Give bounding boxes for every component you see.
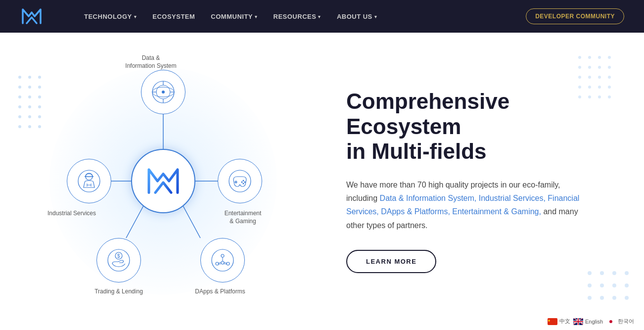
svg-point-68 — [608, 76, 611, 79]
hero-description: We have more than 70 high quality projec… — [346, 178, 584, 232]
lang-korean[interactable]: 한국어 — [606, 318, 634, 325]
ecosystem-diagram: Data &Information System Industrial Ser — [40, 52, 287, 310]
chevron-down-icon: ▾ — [318, 14, 321, 19]
svg-point-49 — [216, 262, 219, 265]
svg-point-69 — [578, 86, 581, 89]
nav-item-about[interactable]: ABOUT US ▾ — [331, 9, 383, 24]
svg-point-62 — [588, 66, 591, 69]
svg-point-44 — [108, 249, 130, 271]
svg-point-64 — [608, 66, 611, 69]
svg-point-65 — [578, 76, 581, 79]
svg-point-50 — [227, 262, 230, 265]
svg-point-79 — [612, 271, 616, 275]
svg-point-66 — [588, 76, 591, 79]
main-content: Data &Information System Industrial Ser — [0, 33, 644, 330]
svg-point-88 — [625, 296, 629, 300]
svg-line-21 — [126, 206, 143, 238]
nav-item-ecosystem[interactable]: ECOSYSTEM — [146, 9, 201, 24]
svg-point-16 — [28, 125, 31, 128]
svg-point-13 — [28, 115, 31, 118]
chevron-down-icon: ▾ — [374, 14, 377, 19]
svg-point-76 — [608, 95, 611, 98]
svg-point-3 — [18, 86, 21, 89]
svg-point-75 — [598, 95, 601, 98]
svg-point-6 — [18, 95, 21, 98]
svg-point-82 — [600, 283, 604, 287]
svg-point-83 — [612, 283, 616, 287]
svg-point-59 — [598, 56, 601, 59]
svg-point-1 — [28, 76, 31, 79]
main-heading: Comprehensive Ecosystem in Multi-fields — [346, 89, 584, 164]
svg-point-15 — [18, 125, 21, 128]
label-entertainment: Entertainment& Gaming — [216, 210, 270, 225]
decorative-dots-top-right — [575, 52, 614, 114]
svg-point-84 — [625, 283, 629, 287]
svg-point-81 — [588, 283, 592, 287]
svg-point-77 — [588, 271, 592, 275]
svg-point-57 — [578, 56, 581, 59]
svg-point-73 — [578, 95, 581, 98]
node-data-info — [141, 70, 185, 114]
label-dapps: DApps & Platforms — [190, 288, 250, 296]
svg-point-12 — [18, 115, 21, 118]
svg-point-41 — [244, 182, 246, 183]
nav-item-technology[interactable]: TECHNOLOGY ▾ — [78, 9, 142, 24]
svg-point-51 — [221, 261, 224, 264]
language-bar: 中文 English 한국어 — [548, 318, 634, 325]
svg-point-87 — [612, 296, 616, 300]
hero-text-content: Comprehensive Ecosystem in Multi-fields … — [346, 89, 584, 273]
nav-item-resources[interactable]: RESOURCES ▾ — [268, 9, 327, 24]
svg-point-85 — [588, 296, 592, 300]
node-trading: $ — [96, 238, 141, 283]
svg-point-42 — [241, 182, 243, 183]
svg-point-74 — [588, 95, 591, 98]
svg-point-86 — [600, 296, 604, 300]
svg-point-71 — [598, 86, 601, 89]
decorative-dots-bottom-right — [585, 268, 634, 310]
chevron-down-icon: ▾ — [255, 14, 258, 19]
svg-point-10 — [28, 105, 31, 108]
svg-point-63 — [598, 66, 601, 69]
diagram-side: Data &Information System Industrial Ser — [0, 33, 326, 330]
svg-line-22 — [183, 206, 200, 238]
nav-item-community[interactable]: COMMUNITY ▾ — [205, 9, 263, 24]
node-industrial — [67, 159, 111, 203]
nav-links: TECHNOLOGY ▾ ECOSYSTEM COMMUNITY ▾ RESOU… — [78, 9, 521, 24]
svg-point-40 — [243, 180, 244, 182]
label-trading: Trading & Lending — [89, 288, 148, 296]
svg-point-7 — [28, 95, 31, 98]
svg-point-25 — [162, 91, 165, 94]
svg-point-58 — [588, 56, 591, 59]
svg-point-78 — [600, 271, 604, 275]
svg-point-61 — [578, 66, 581, 69]
center-logo-circle — [131, 149, 195, 213]
svg-point-60 — [608, 56, 611, 59]
lang-chinese[interactable]: 中文 — [548, 318, 570, 325]
label-data-info: Data &Information System — [114, 54, 188, 70]
label-industrial-pos: Industrial Services — [45, 210, 99, 218]
svg-rect-99 — [573, 321, 583, 322]
svg-point-4 — [28, 86, 31, 89]
chevron-down-icon: ▾ — [134, 14, 137, 19]
svg-point-80 — [625, 271, 629, 275]
svg-point-101 — [609, 320, 612, 323]
text-side: Comprehensive Ecosystem in Multi-fields … — [326, 33, 644, 330]
node-entertainment — [218, 159, 262, 203]
svg-point-48 — [221, 254, 224, 257]
logo[interactable] — [20, 6, 44, 26]
svg-point-67 — [598, 76, 601, 79]
lang-english[interactable]: English — [573, 318, 603, 325]
svg-point-43 — [243, 183, 244, 185]
developer-community-button[interactable]: DEVELOPER COMMUNITY — [526, 8, 624, 24]
svg-point-0 — [18, 76, 21, 79]
svg-point-72 — [608, 86, 611, 89]
svg-text:$: $ — [117, 253, 120, 259]
svg-point-37 — [229, 170, 251, 192]
svg-point-9 — [18, 105, 21, 108]
node-dapps — [200, 238, 245, 283]
navbar: TECHNOLOGY ▾ ECOSYSTEM COMMUNITY ▾ RESOU… — [0, 0, 644, 33]
learn-more-button[interactable]: LEARN MORE — [346, 250, 436, 273]
svg-point-70 — [588, 86, 591, 89]
